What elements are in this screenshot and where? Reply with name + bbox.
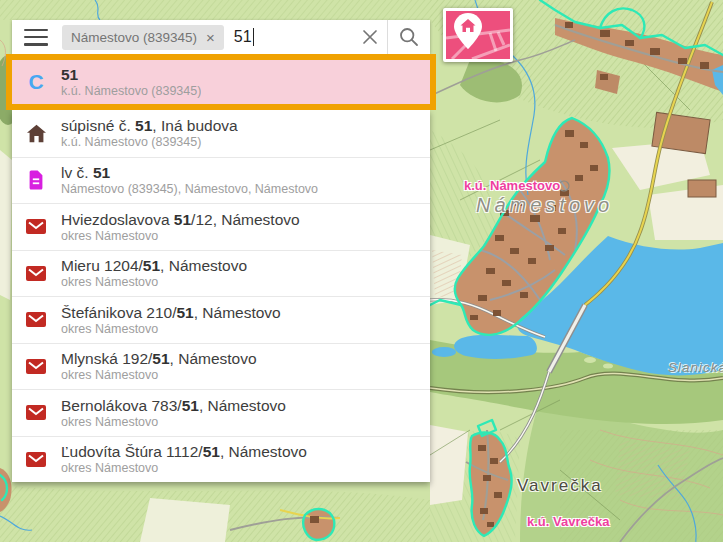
result-subtitle: k.ú. Námestovo (839345) [61,84,201,99]
search-panel: Námestovo (839345) × 51 C [12,20,430,482]
search-result-deed[interactable]: lv č. 51 Námestovo (839345), Námestovo, … [12,157,430,204]
result-title: Ľudovíta Štúra 1112/51, Námestovo [61,442,307,461]
search-button[interactable] [388,20,430,54]
result-subtitle: okres Námestovo [61,322,281,337]
map-style-button[interactable] [443,8,513,62]
address-icon [20,219,52,234]
result-subtitle: okres Námestovo [61,275,247,290]
address-icon [20,359,52,374]
search-result-address[interactable]: Bernolákova 783/51, Námestovo okres Náme… [12,389,430,436]
result-subtitle: okres Námestovo [61,368,257,383]
search-result-address[interactable]: Mieru 1204/51, Námestovo okres Námestovo [12,250,430,297]
result-subtitle: okres Námestovo [61,229,300,244]
filter-chip[interactable]: Námestovo (839345) × [62,25,224,50]
close-icon [361,28,379,46]
address-icon [20,312,52,327]
menu-button[interactable] [24,29,48,46]
map-pin-house-icon [446,11,510,59]
result-subtitle: Námestovo (839345), Námestovo, Námestovo [61,182,318,197]
result-title: súpisné č. 51, Iná budova [61,116,238,135]
search-result-selected[interactable]: C 51 k.ú. Námestovo (839345) [6,54,436,110]
search-result-address[interactable]: Mlynská 192/51, Námestovo okres Námestov… [12,343,430,390]
search-icon [399,27,419,47]
clear-search-button[interactable] [353,20,387,54]
chip-remove-icon[interactable]: × [206,30,215,45]
result-title: Mieru 1204/51, Námestovo [61,256,247,275]
cadastral-unit-c-icon: C [20,70,52,94]
search-result-building[interactable]: súpisné č. 51, Iná budova k.ú. Námestovo… [12,110,430,157]
results-list: súpisné č. 51, Iná budova k.ú. Námestovo… [12,110,430,482]
building-icon [20,124,52,143]
search-input[interactable]: 51 [234,28,353,46]
search-result-address[interactable]: Štefánikova 210/51, Námestovo okres Náme… [12,296,430,343]
result-title: Štefánikova 210/51, Námestovo [61,303,281,322]
search-bar: Námestovo (839345) × 51 [12,20,430,54]
result-subtitle: okres Námestovo [61,415,286,430]
search-result-address[interactable]: Hviezdoslavova 51/12, Námestovo okres Ná… [12,203,430,250]
result-title: lv č. 51 [61,163,318,182]
result-title: Mlynská 192/51, Námestovo [61,349,257,368]
result-title: Bernolákova 783/51, Námestovo [61,396,286,415]
address-icon [20,266,52,281]
filter-chip-label: Námestovo (839345) [71,30,197,45]
result-subtitle: okres Námestovo [61,461,307,476]
text-caret [253,28,255,46]
result-subtitle: k.ú. Námestovo (839345) [61,135,238,150]
search-result-address[interactable]: Ľudovíta Štúra 1112/51, Námestovo okres … [12,436,430,483]
address-icon [20,452,52,467]
address-icon [20,405,52,420]
result-title: Hviezdoslavova 51/12, Námestovo [61,210,300,229]
app-window: k.ú. Námestovo Námestovo Slanická Vavreč… [0,0,723,542]
ownership-deed-icon [20,170,52,190]
result-title: 51 [61,65,201,84]
search-query-text: 51 [234,28,252,46]
